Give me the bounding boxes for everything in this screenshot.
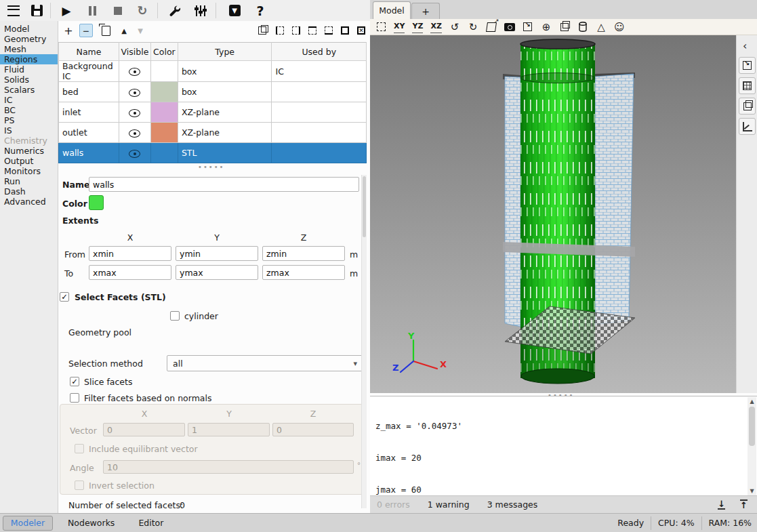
nav-item-fluid[interactable]: Fluid <box>0 64 58 75</box>
region-plane-bottom-button[interactable] <box>323 23 335 38</box>
region-box-button[interactable] <box>339 23 351 38</box>
toggle-geometry-button[interactable] <box>523 21 533 33</box>
cone-tool-button[interactable]: △ <box>596 21 607 33</box>
filter-facets-checkbox[interactable] <box>70 393 79 403</box>
nav-item-output[interactable]: Output <box>0 156 58 166</box>
cylinder-checkbox[interactable] <box>170 311 180 321</box>
color-cell[interactable] <box>150 61 178 82</box>
region-color-swatch[interactable] <box>89 195 104 210</box>
from-z-input[interactable] <box>262 246 345 261</box>
color-cell[interactable] <box>150 123 178 143</box>
nav-item-ps[interactable]: PS <box>0 115 58 125</box>
stop-button[interactable] <box>107 0 129 21</box>
pause-button[interactable] <box>81 0 103 21</box>
splitter-handle[interactable]: ••••• <box>198 163 225 171</box>
select-facets-checkbox[interactable]: ✓ <box>60 292 69 302</box>
nav-item-model[interactable]: Model <box>0 24 58 34</box>
form-scrollbar[interactable] <box>361 175 367 508</box>
warnings-count[interactable]: 1 warning <box>428 499 470 510</box>
col-header-type[interactable]: Type <box>178 43 272 61</box>
messages-count[interactable]: 3 messages <box>487 499 538 510</box>
table-row[interactable]: inlet XZ-plane <box>59 102 367 123</box>
reset-view-button[interactable] <box>375 21 386 33</box>
save-button[interactable] <box>26 0 47 21</box>
tab-nodeworks[interactable]: Nodeworks <box>68 518 115 528</box>
nav-item-dash[interactable]: Dash <box>0 186 58 197</box>
col-header-color[interactable]: Color <box>150 43 178 61</box>
nav-item-scalars[interactable]: Scalars <box>0 85 58 95</box>
region-3d-button[interactable] <box>256 23 268 38</box>
visible-cell[interactable] <box>119 102 150 123</box>
tab-model[interactable]: Model <box>373 1 411 19</box>
nav-item-regions[interactable]: Regions <box>0 54 58 64</box>
nav-item-ic[interactable]: IC <box>0 95 58 105</box>
nav-item-geometry[interactable]: Geometry <box>0 34 58 44</box>
color-cell[interactable] <box>150 82 178 102</box>
nav-item-run[interactable]: Run <box>0 176 58 186</box>
menu-button[interactable] <box>3 0 24 21</box>
toggle-box-button[interactable] <box>739 98 756 115</box>
nav-item-numerics[interactable]: Numerics <box>0 146 58 156</box>
nav-item-is[interactable]: IS <box>0 125 58 136</box>
view-xy-button[interactable]: XY <box>394 20 405 33</box>
slice-facets-checkbox[interactable]: ✓ <box>70 377 79 386</box>
scroll-to-bottom-icon[interactable]: ↓ <box>718 499 725 510</box>
scrollbar-thumb[interactable] <box>749 407 755 446</box>
nav-item-advanced[interactable]: Advanced <box>0 197 58 207</box>
move-up-button[interactable]: ▲ <box>118 23 130 38</box>
col-header-visible[interactable]: Visible <box>119 43 150 61</box>
to-z-input[interactable] <box>262 265 345 280</box>
tab-modeler[interactable]: Modeler <box>3 516 53 531</box>
nav-item-monitors[interactable]: Monitors <box>0 166 58 176</box>
screenshot-button[interactable] <box>504 21 515 33</box>
console-scrollbar[interactable]: ▲ ▼ <box>748 397 756 495</box>
rotate-right-button[interactable]: ↻ <box>468 21 478 33</box>
selection-method-combobox[interactable]: all ▾ <box>167 355 363 371</box>
toggle-axes-button[interactable] <box>739 118 756 135</box>
region-stl-button[interactable]: ✕ <box>355 23 367 38</box>
new-tab-button[interactable]: + <box>411 3 440 19</box>
collapse-panel-button[interactable]: ‹ <box>743 39 747 52</box>
view-yz-button[interactable]: YZ <box>412 20 423 33</box>
color-cell[interactable] <box>150 143 178 163</box>
from-y-input[interactable] <box>176 246 258 261</box>
console-output[interactable]: z_max = '0.04973' imax = 20 jmax = 60 km… <box>370 396 757 495</box>
rotate-left-button[interactable]: ↺ <box>449 21 460 33</box>
color-cell[interactable] <box>150 102 178 123</box>
toggle-regions-button[interactable] <box>559 21 570 33</box>
settings-button[interactable] <box>164 0 186 21</box>
to-y-input[interactable] <box>176 265 258 280</box>
add-region-button[interactable]: + <box>62 23 75 38</box>
table-row[interactable]: Background IC box IC <box>59 61 367 82</box>
col-header-usedby[interactable]: Used by <box>272 43 367 61</box>
table-row[interactable]: bed box <box>59 82 367 102</box>
region-name-input[interactable] <box>89 177 359 192</box>
region-plane-right-button[interactable] <box>290 23 302 38</box>
col-header-name[interactable]: Name <box>59 43 119 61</box>
view-xz-button[interactable]: XZ <box>430 20 441 33</box>
visual-style-button[interactable]: ☺ <box>614 21 625 33</box>
region-plane-top-button[interactable] <box>306 23 319 38</box>
visible-cell[interactable] <box>119 61 150 82</box>
region-plane-left-button[interactable] <box>274 23 286 38</box>
toggle-stl-visibility-button[interactable] <box>739 57 756 74</box>
projection-button[interactable] <box>486 21 497 33</box>
visible-cell[interactable] <box>119 123 150 143</box>
nav-item-mesh[interactable]: Mesh <box>0 44 58 54</box>
visible-cell[interactable] <box>119 143 150 163</box>
table-row-selected[interactable]: walls STL <box>59 143 367 163</box>
help-button[interactable]: ? <box>249 0 271 21</box>
reset-button[interactable]: ↻ <box>131 0 153 21</box>
to-x-input[interactable] <box>89 265 171 280</box>
from-x-input[interactable] <box>89 246 171 261</box>
duplicate-region-button[interactable] <box>99 23 112 38</box>
nav-item-solids[interactable]: Solids <box>0 75 58 85</box>
toggle-grid-button[interactable] <box>739 77 756 94</box>
table-row[interactable]: outlet XZ-plane <box>59 123 367 143</box>
scroll-down-icon[interactable]: ▼ <box>748 487 756 495</box>
remove-region-button[interactable]: − <box>79 23 94 38</box>
nav-item-bc[interactable]: BC <box>0 105 58 115</box>
parameters-button[interactable] <box>190 0 211 21</box>
visible-cell[interactable] <box>119 82 150 102</box>
toggle-mesh-button[interactable]: ⊕ <box>541 21 552 33</box>
